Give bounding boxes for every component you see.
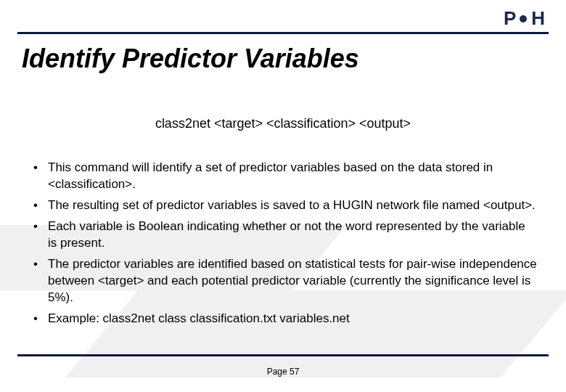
page-number: Page 57 bbox=[0, 367, 566, 377]
list-item: Example: class2net class classification.… bbox=[29, 311, 537, 327]
bullet-list: This command will identify a set of pred… bbox=[29, 160, 537, 331]
command-syntax: class2net <target> <classification> <out… bbox=[0, 116, 566, 131]
logo-letter-h: H bbox=[531, 7, 544, 30]
bottom-divider bbox=[17, 354, 549, 356]
slide-title: Identify Predictor Variables bbox=[22, 44, 359, 74]
list-item: The resulting set of predictor variables… bbox=[29, 197, 537, 214]
list-item: This command will identify a set of pred… bbox=[29, 160, 537, 193]
list-item: The predictor variables are identified b… bbox=[29, 256, 537, 306]
top-divider bbox=[17, 32, 549, 34]
logo-letter-p: P bbox=[504, 7, 515, 30]
logo: P H bbox=[504, 7, 544, 30]
list-item: Each variable is Boolean indicating whet… bbox=[29, 219, 537, 252]
logo-dot-icon bbox=[520, 15, 527, 23]
